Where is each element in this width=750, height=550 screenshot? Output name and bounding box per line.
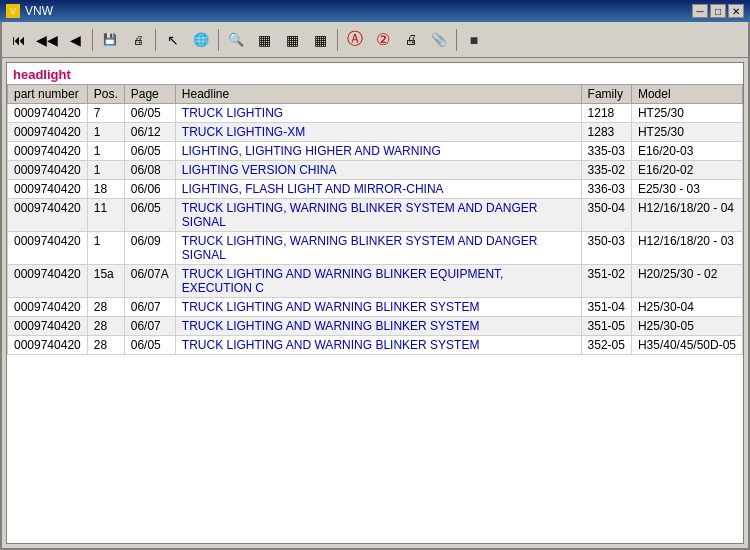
cell-part-number: 0009740420 (8, 232, 88, 265)
cell-pos: 28 (87, 298, 124, 317)
view1-button[interactable]: ▦ (251, 27, 277, 53)
zoom-button[interactable]: 🔍 (223, 27, 249, 53)
view3-button[interactable]: ▦ (307, 27, 333, 53)
col-header-pos: Pos. (87, 85, 124, 104)
table-row: 000974042015a06/07ATRUCK LIGHTING AND WA… (8, 265, 743, 298)
stop-button[interactable]: ■ (461, 27, 487, 53)
cell-headline[interactable]: TRUCK LIGHTING AND WARNING BLINKER EQUIP… (175, 265, 581, 298)
cell-model: H12/16/18/20 - 04 (631, 199, 742, 232)
headline-link[interactable]: LIGHTING, FLASH LIGHT AND MIRROR-CHINA (182, 182, 444, 196)
cell-headline[interactable]: TRUCK LIGHTING-XM (175, 123, 581, 142)
cell-part-number: 0009740420 (8, 265, 88, 298)
col-header-headline: Headline (175, 85, 581, 104)
cell-headline[interactable]: TRUCK LIGHTING, WARNING BLINKER SYSTEM A… (175, 199, 581, 232)
col-header-model: Model (631, 85, 742, 104)
cell-family: 1283 (581, 123, 631, 142)
headline-link[interactable]: LIGHTING VERSION CHINA (182, 163, 337, 177)
sep5 (456, 29, 457, 51)
cell-headline[interactable]: TRUCK LIGHTING (175, 104, 581, 123)
headline-link[interactable]: TRUCK LIGHTING AND WARNING BLINKER SYSTE… (182, 300, 480, 314)
cell-page: 06/05 (124, 104, 175, 123)
cell-pos: 28 (87, 336, 124, 355)
globe-button[interactable]: 🌐 (188, 27, 214, 53)
headline-link[interactable]: TRUCK LIGHTING, WARNING BLINKER SYSTEM A… (182, 234, 538, 262)
cell-page: 06/07A (124, 265, 175, 298)
table-row: 0009740420106/09TRUCK LIGHTING, WARNING … (8, 232, 743, 265)
close-button[interactable]: ✕ (728, 4, 744, 18)
cell-part-number: 0009740420 (8, 317, 88, 336)
cell-headline[interactable]: TRUCK LIGHTING, WARNING BLINKER SYSTEM A… (175, 232, 581, 265)
cell-model: H35/40/45/50D-05 (631, 336, 742, 355)
cell-headline[interactable]: TRUCK LIGHTING AND WARNING BLINKER SYSTE… (175, 298, 581, 317)
main-window: ⏮ ◀◀ ◀ 💾 🖨 ↖ 🌐 🔍 ▦ ▦ ▦ Ⓐ ② 🖨 📎 ■ headlig… (0, 22, 750, 550)
save-button[interactable]: 💾 (97, 27, 123, 53)
table-body: 0009740420706/05TRUCK LIGHTING1218HT25/3… (8, 104, 743, 355)
cell-model: H25/30-05 (631, 317, 742, 336)
headline-link[interactable]: TRUCK LIGHTING-XM (182, 125, 305, 139)
cursor-button[interactable]: ↖ (160, 27, 186, 53)
table-row: 0009740420106/05LIGHTING, LIGHTING HIGHE… (8, 142, 743, 161)
cell-headline[interactable]: LIGHTING VERSION CHINA (175, 161, 581, 180)
cell-model: E16/20-02 (631, 161, 742, 180)
cell-page: 06/07 (124, 317, 175, 336)
headline-link[interactable]: TRUCK LIGHTING AND WARNING BLINKER SYSTE… (182, 319, 480, 333)
cell-model: H25/30-04 (631, 298, 742, 317)
cell-part-number: 0009740420 (8, 199, 88, 232)
cell-model: E25/30 - 03 (631, 180, 742, 199)
title-bar-controls: ─ □ ✕ (692, 4, 744, 18)
cell-family: 336-03 (581, 180, 631, 199)
headline-link[interactable]: TRUCK LIGHTING AND WARNING BLINKER EQUIP… (182, 267, 504, 295)
cell-headline[interactable]: TRUCK LIGHTING AND WARNING BLINKER SYSTE… (175, 317, 581, 336)
cell-model: H20/25/30 - 02 (631, 265, 742, 298)
headline-link[interactable]: TRUCK LIGHTING (182, 106, 283, 120)
view2-button[interactable]: ▦ (279, 27, 305, 53)
cell-part-number: 0009740420 (8, 180, 88, 199)
print-button[interactable]: 🖨 (398, 27, 424, 53)
prev-more-button[interactable]: ◀◀ (34, 27, 60, 53)
cell-pos: 15a (87, 265, 124, 298)
cell-pos: 1 (87, 123, 124, 142)
table-row: 00097404202806/07TRUCK LIGHTING AND WARN… (8, 317, 743, 336)
cell-family: 335-03 (581, 142, 631, 161)
cell-headline[interactable]: LIGHTING, FLASH LIGHT AND MIRROR-CHINA (175, 180, 581, 199)
cell-pos: 1 (87, 161, 124, 180)
minimize-button[interactable]: ─ (692, 4, 708, 18)
results-table: part number Pos. Page Headline Family Mo… (7, 84, 743, 355)
table-row: 0009740420106/08LIGHTING VERSION CHINA33… (8, 161, 743, 180)
cell-page: 06/05 (124, 142, 175, 161)
table-row: 00097404202806/07TRUCK LIGHTING AND WARN… (8, 298, 743, 317)
cell-page: 06/07 (124, 298, 175, 317)
cell-model: H12/16/18/20 - 03 (631, 232, 742, 265)
cell-headline[interactable]: TRUCK LIGHTING AND WARNING BLINKER SYSTE… (175, 336, 581, 355)
print-preview-button[interactable]: 🖨 (125, 27, 151, 53)
headline-link[interactable]: TRUCK LIGHTING AND WARNING BLINKER SYSTE… (182, 338, 480, 352)
cell-pos: 1 (87, 142, 124, 161)
table-row: 00097404201806/06LIGHTING, FLASH LIGHT A… (8, 180, 743, 199)
toolbar: ⏮ ◀◀ ◀ 💾 🖨 ↖ 🌐 🔍 ▦ ▦ ▦ Ⓐ ② 🖨 📎 ■ (2, 22, 748, 58)
cell-family: 1218 (581, 104, 631, 123)
cell-page: 06/08 (124, 161, 175, 180)
table-row: 00097404201106/05TRUCK LIGHTING, WARNING… (8, 199, 743, 232)
cell-page: 06/05 (124, 199, 175, 232)
first-button[interactable]: ⏮ (6, 27, 32, 53)
headline-link[interactable]: TRUCK LIGHTING, WARNING BLINKER SYSTEM A… (182, 201, 538, 229)
sep3 (218, 29, 219, 51)
cell-model: HT25/30 (631, 123, 742, 142)
cell-page: 06/12 (124, 123, 175, 142)
cell-family: 350-03 (581, 232, 631, 265)
cell-page: 06/05 (124, 336, 175, 355)
cell-page: 06/06 (124, 180, 175, 199)
app-icon: V (6, 4, 20, 18)
col-header-page: Page (124, 85, 175, 104)
cell-family: 351-02 (581, 265, 631, 298)
maximize-button[interactable]: □ (710, 4, 726, 18)
circle-a-button[interactable]: Ⓐ (342, 27, 368, 53)
cell-part-number: 0009740420 (8, 142, 88, 161)
cell-pos: 1 (87, 232, 124, 265)
attach-button[interactable]: 📎 (426, 27, 452, 53)
cell-headline[interactable]: LIGHTING, LIGHTING HIGHER AND WARNING (175, 142, 581, 161)
circle-b-button[interactable]: ② (370, 27, 396, 53)
headline-link[interactable]: LIGHTING, LIGHTING HIGHER AND WARNING (182, 144, 441, 158)
title-bar: V VNW ─ □ ✕ (0, 0, 750, 22)
prev-button[interactable]: ◀ (62, 27, 88, 53)
